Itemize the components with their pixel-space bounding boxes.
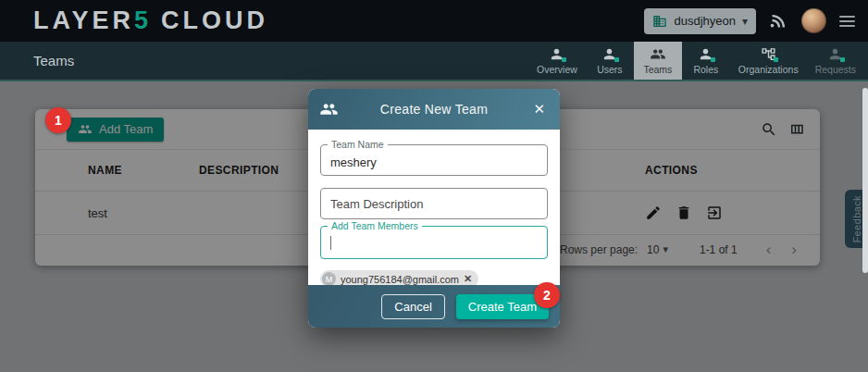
annotation-step-2: 2 [534, 282, 560, 308]
modal-body: Team Name Add Team Members M young756184… [308, 130, 560, 288]
person-icon [549, 46, 564, 62]
tab-organizations[interactable]: Organizations [730, 42, 807, 80]
chip-remove-icon[interactable]: ✕ [464, 273, 472, 285]
create-team-modal: Create New Team ✕ Team Name Add Team Mem… [308, 89, 560, 328]
team-description-field-wrapper [320, 188, 548, 219]
add-team-members-label: Add Team Members [328, 220, 422, 231]
person-icon [698, 46, 713, 62]
broadcast-icon[interactable] [769, 11, 788, 31]
caret-down-icon: ▾ [742, 15, 748, 28]
person-icon [827, 46, 843, 62]
tab-users[interactable]: Users [586, 42, 634, 80]
app-window: LAYER5CLOUD dusdjhyeon ▾ Teams Overview … [0, 0, 868, 372]
person-icon [601, 46, 617, 62]
building-icon [652, 14, 667, 29]
text-cursor [330, 236, 331, 250]
organization-selector[interactable]: dusdjhyeon ▾ [644, 8, 756, 34]
scrollbar-thumb[interactable] [862, 88, 868, 273]
nav-tabs: Overview Users Teams Roles Organizations… [528, 42, 864, 80]
tab-overview[interactable]: Overview [528, 42, 586, 80]
tab-roles[interactable]: Roles [682, 42, 730, 80]
cancel-button[interactable]: Cancel [381, 294, 444, 319]
chip-avatar: M [322, 272, 336, 286]
app-header: LAYER5CLOUD dusdjhyeon ▾ [0, 0, 868, 42]
team-name-label: Team Name [328, 139, 388, 150]
secondary-navbar: Teams Overview Users Teams Roles Organiz… [0, 42, 868, 81]
hierarchy-icon [761, 46, 776, 62]
group-icon [650, 46, 666, 62]
team-description-input[interactable] [320, 188, 548, 219]
menu-icon[interactable] [839, 12, 855, 31]
logo-cloud-text: CLOUD [161, 6, 268, 34]
team-members-field-wrapper: Add Team Members [320, 226, 548, 259]
user-avatar[interactable] [801, 8, 826, 33]
chip-email: young756184@gmail.com [341, 274, 459, 285]
modal-footer: Cancel Create Team [308, 285, 560, 328]
logo-layer-text: LAYER [33, 6, 134, 34]
organization-name: dusdjhyeon [674, 14, 736, 28]
modal-header: Create New Team ✕ [308, 89, 560, 130]
tab-teams[interactable]: Teams [634, 42, 682, 80]
logo-five-text: 5 [134, 6, 152, 34]
close-icon[interactable]: ✕ [529, 99, 549, 119]
layer5-cloud-logo: LAYER5CLOUD [33, 6, 268, 36]
content-area: Add Team NAME DESCRIPTION ACTIONS test [0, 81, 868, 372]
tab-requests[interactable]: Requests [807, 42, 864, 80]
team-name-field-wrapper: Team Name [320, 144, 548, 176]
modal-title: Create New Team [308, 102, 560, 117]
page-title: Teams [33, 53, 74, 68]
annotation-step-1: 1 [45, 107, 71, 133]
